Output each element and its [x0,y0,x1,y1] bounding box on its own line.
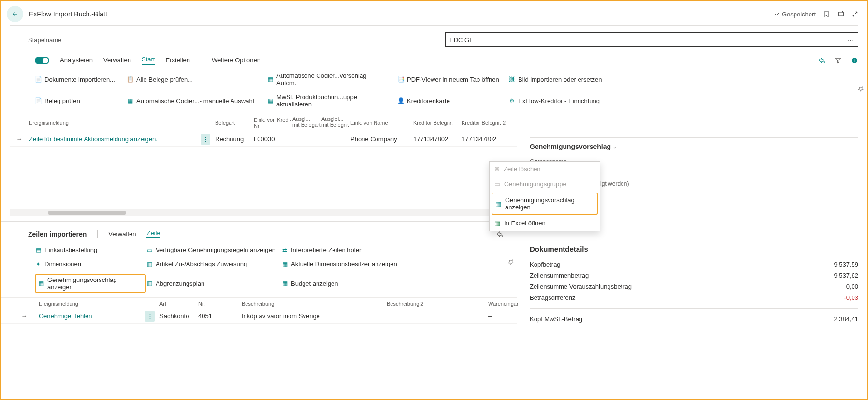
action-check-all-docs[interactable]: 📋Alle Belege prüfen... [127,72,262,87]
col-vendor-name: Eink. von Name [350,120,413,126]
lines-col-desc2: Beschreibung 2 [387,301,488,307]
batch-name-input[interactable]: EDC GE ··· [445,32,858,47]
col-doc-type: Belegart [215,120,254,126]
menu-analyse[interactable]: Analysieren [60,57,93,64]
page-title: ExFlow Import Buch.-Blatt [29,10,107,18]
event-message-link[interactable]: Zeile für bestimmte Aktionsmeldung anzei… [29,135,158,143]
popup-show-approval[interactable]: ▦ Genehmigungsvorschlag anzeigen [492,193,598,215]
context-menu: ✖ Zeile löschen ▭ Genehmigungsgruppe ▦ G… [489,161,600,231]
cell-vendor-name: Phone Company [350,135,413,143]
menu-create[interactable]: Erstellen [166,57,190,64]
info-icon[interactable]: i [851,57,858,64]
popup-open-excel[interactable]: ▦ In Excel öffnen [490,216,600,231]
collapse-icon[interactable] [852,11,858,17]
action-pdf-viewer[interactable]: 📑PDF-Viewer in neuem Tab öffnen [397,72,504,87]
saved-indicator: Gespeichert [774,11,816,18]
excel-icon: ▦ [494,220,500,227]
cell-vendor-no: L00030 [254,135,292,143]
analyse-toggle[interactable] [35,57,49,64]
lines-menu-manage[interactable]: Verwalten [108,230,136,237]
table-row[interactable]: → Zeile für bestimmte Aktionsmeldung anz… [10,132,517,147]
lines-action-interpreted-lines[interactable]: ⇄Interpretierte Zeilen holen [281,246,402,253]
pdf-icon: 📑 [397,76,404,83]
approval-panel-title[interactable]: Genehmigungsvorschlag ⌄ [530,137,858,150]
document-import-icon: 📄 [35,76,42,83]
magic-icon: ▦ [267,76,274,83]
popup-delete-line: ✖ Zeile löschen [490,162,600,177]
lines-action-purchase-order[interactable]: ▤Einkaufsbestellung [35,246,146,253]
lines-cell-type: Sachkonto [159,312,198,320]
popout-icon[interactable] [837,10,845,18]
col-applies-type: Ausgl... [292,116,321,122]
lines-row-caret-icon[interactable]: → [10,312,39,320]
back-button[interactable] [7,6,23,22]
col-vendor-doc-no: Kreditor Belegnr. [413,120,462,126]
fetch-icon: ⇄ [281,247,288,253]
lines-row-actions-button[interactable]: ⋮ [145,311,155,322]
share-icon[interactable] [818,57,825,64]
cell-vendor-doc-no: 1771347802 [413,135,462,143]
menu-start[interactable]: Start [142,56,155,65]
action-auto-coding-manual[interactable]: ▦Automatische Codier...- manuelle Auswah… [127,93,262,108]
settings-icon: ⚙ [508,97,515,104]
dimensions-icon: ✦ [35,261,42,267]
action-auto-coding[interactable]: ▦Automatische Codier...vorschlag – Autom… [267,72,392,87]
svg-text:i: i [854,58,855,62]
head-amount-label: Kopfbetrag [530,261,561,268]
diff-value: -0,03 [844,294,858,301]
lines-action-available-rules[interactable]: ▭Verfügbare Genehmigungsregeln anzeigen [146,246,281,253]
cell-vendor-doc-no2: 1771347802 [462,135,510,143]
lines-col-event: Ereignismeldung [39,301,145,307]
delete-icon: ✖ [494,165,500,173]
lookup-icon[interactable]: ··· [847,36,854,44]
lines-cell-no: 4051 [198,312,242,320]
col-vendor-doc-no2: Kreditor Belegnr. 2 [462,120,510,126]
lines-pin-icon[interactable] [507,259,514,266]
action-exflow-vendor-setup[interactable]: ⚙ExFlow-Kreditor - Einrichtung [508,93,644,108]
horizontal-scrollbar[interactable] [10,209,517,216]
prepay-amount-value: 0,00 [846,283,858,290]
item-charge-icon: ▥ [146,261,153,267]
rules-icon: ▭ [146,247,153,253]
pin-icon[interactable] [857,86,864,92]
menu-more-options[interactable]: Weitere Optionen [212,57,260,64]
lines-table-row[interactable]: → Genehmiger fehlen ⋮ Sachkonto 4051 Ink… [1,309,517,324]
budget-icon: ▦ [281,280,288,287]
svg-rect-0 [839,12,844,16]
lines-event-link[interactable]: Genehmiger fehlen [39,312,92,320]
filter-icon[interactable] [834,57,842,64]
lines-action-item-charge[interactable]: ▥Artikel Zu-/Abschlags Zuweisung [146,260,281,267]
row-caret-icon[interactable]: → [10,135,29,143]
lines-cell-receipt: – [488,312,517,320]
lines-action-show-approval[interactable]: ▦Genehmigungsvorschlag anzeigen [35,274,146,293]
chevron-down-icon: ⌄ [613,144,617,149]
lines-action-dim-owners[interactable]: ▦Aktuelle Dimensionsbesitzer anzeigen [281,260,402,267]
lines-action-deferral[interactable]: ▥Abgrenzungsplan [146,274,281,293]
lines-menu-line[interactable]: Zeile [146,229,160,238]
magic-manual-icon: ▦ [127,97,133,104]
lines-col-type: Art [159,301,198,307]
col-applies-no: Ausglei... [321,116,350,122]
head-amount-value: 9 537,59 [834,261,858,268]
lines-action-dimensions[interactable]: ✦Dimensionen [35,260,146,267]
approval-icon: ▦ [38,280,44,287]
vendor-icon: 👤 [397,97,404,104]
action-vat-update[interactable]: ▦MwSt. Produktbuchun...uppe aktualisiere… [267,93,392,108]
lines-col-desc: Beschreibung [242,301,387,307]
row-actions-button[interactable]: ⋮ [201,134,210,145]
action-check-doc[interactable]: 📄Beleg prüfen [35,93,122,108]
action-import-documents[interactable]: 📄Dokumente importieren... [35,72,122,87]
lines-action-show-budget[interactable]: ▦Budget anzeigen [281,274,402,293]
vat-icon: ▦ [267,97,274,104]
approval-show-icon: ▦ [495,200,501,207]
prepay-amount-label: Zeilensumme Vorauszahlungsbetrag [530,283,632,290]
action-import-image[interactable]: 🖼Bild importieren oder ersetzen [508,72,644,87]
document-check-icon: 📋 [127,76,133,83]
popup-approval-group: ▭ Genehmigungsgruppe [490,177,600,192]
vat-head-value: 2 384,41 [834,315,858,323]
bookmark-icon[interactable] [823,10,830,18]
menu-manage[interactable]: Verwalten [103,57,131,64]
col-event: Ereignismeldung [29,120,201,126]
action-vendor-card[interactable]: 👤Kreditorenkarte [397,93,504,108]
lines-col-receipt: Wareneingar [488,301,517,307]
